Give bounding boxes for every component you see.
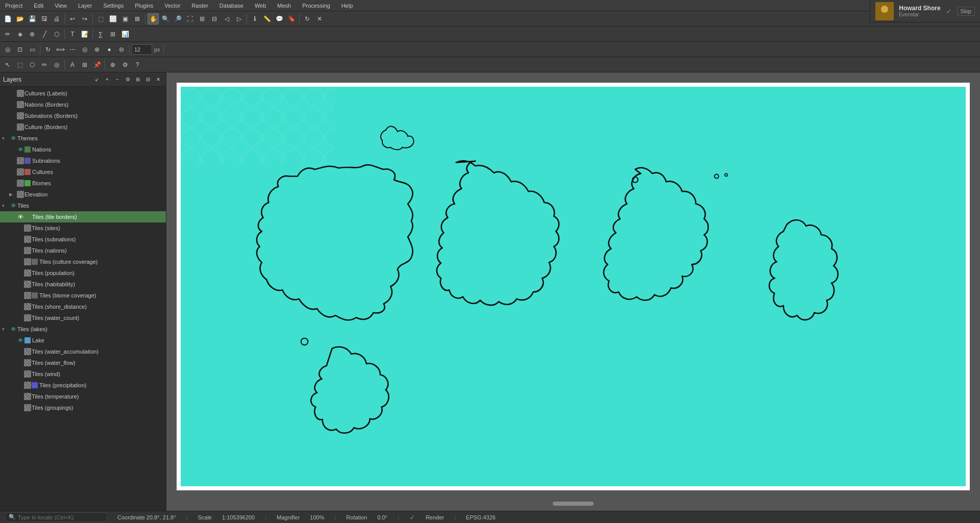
menu-view[interactable]: View	[53, 2, 69, 10]
invert-select-btn[interactable]: ⊠	[132, 13, 143, 24]
save-btn[interactable]: 💾	[27, 13, 38, 24]
field-calc-btn[interactable]: ∑	[95, 29, 106, 40]
layer-subnations-borders[interactable]: Subnations (Borders)	[0, 110, 166, 121]
locate-input[interactable]	[18, 514, 100, 520]
menu-edit[interactable]: Edit	[32, 2, 45, 10]
select-freehand-btn[interactable]: ✏	[39, 59, 50, 70]
visibility-icon[interactable]	[23, 382, 32, 389]
layer-cultures-labels[interactable]: Cultures (Labels)	[0, 88, 166, 99]
digitize-adv-btn[interactable]: ⊡	[14, 44, 26, 55]
menu-help[interactable]: Help	[339, 2, 355, 10]
layer-tiles-culture[interactable]: Tiles (culture coverage)	[0, 256, 166, 267]
refresh-btn[interactable]: ↻	[302, 13, 313, 24]
layer-biomes[interactable]: Biomes	[0, 178, 166, 189]
layer-tiles-watercount[interactable]: Tiles (water_count)	[0, 312, 166, 323]
visibility-icon[interactable]: 👁	[16, 146, 24, 153]
undo-btn[interactable]: ↩	[67, 13, 78, 24]
save-as-btn[interactable]: 🖫	[39, 13, 50, 24]
deselect-btn[interactable]: ⬜	[107, 13, 118, 24]
visibility-icon[interactable]	[23, 393, 32, 400]
menu-web[interactable]: Web	[253, 2, 268, 10]
layers-expand-btn[interactable]: ⊞	[133, 75, 142, 84]
menu-vector[interactable]: Vector	[162, 2, 182, 10]
layer-tiles-borders[interactable]: 👁 Tiles (tile borders)	[0, 211, 166, 222]
visibility-icon[interactable]	[16, 157, 24, 164]
visibility-icon[interactable]	[16, 90, 24, 97]
zoom-in-btn[interactable]: 🔍	[160, 13, 171, 24]
zoom-layer-btn[interactable]: ⊞	[197, 13, 208, 24]
map-scrollbar-h[interactable]	[471, 502, 675, 506]
layer-tiles-sites[interactable]: Tiles (sites)	[0, 222, 166, 234]
help-cursor-btn[interactable]: ?	[132, 59, 143, 70]
annotation-btn[interactable]: 📝	[79, 29, 90, 40]
layer-nations[interactable]: 👁 Nations	[0, 144, 166, 155]
visibility-icon[interactable]	[16, 191, 24, 198]
layer-group-tiles[interactable]: ▾ 👁 Tiles	[0, 200, 166, 211]
fill-ring-btn[interactable]: ●	[104, 44, 115, 55]
visibility-icon[interactable]	[16, 123, 24, 131]
simplify-btn[interactable]: ⋯	[67, 44, 78, 55]
pan-btn[interactable]: ✋	[148, 13, 159, 24]
attr-table-btn[interactable]: ⊞	[107, 29, 118, 40]
visibility-icon[interactable]: 👁	[9, 135, 17, 141]
map-viewport[interactable]	[181, 87, 966, 486]
visibility-icon[interactable]: 👁	[9, 203, 17, 209]
rotate-btn[interactable]: ↻	[42, 44, 54, 55]
visibility-icon[interactable]	[23, 247, 32, 254]
visibility-icon[interactable]	[23, 303, 32, 310]
add-ring-btn[interactable]: ◎	[79, 44, 90, 55]
layer-lake[interactable]: 👁 Lake	[0, 335, 166, 346]
label-tool-btn[interactable]: T	[67, 29, 78, 40]
visibility-icon[interactable]: 👁	[16, 337, 24, 343]
shape-digitize-btn[interactable]: ▭	[27, 44, 38, 55]
select-poly-btn[interactable]: ⬡	[27, 59, 38, 70]
select-features-btn[interactable]: ⬚	[95, 13, 106, 24]
menu-settings[interactable]: Settings	[101, 2, 126, 10]
layers-open-btn[interactable]: ↙	[92, 75, 102, 84]
del-ring-btn[interactable]: ⊖	[116, 44, 127, 55]
visibility-icon[interactable]	[23, 404, 32, 411]
digitize-btn[interactable]: ✏	[2, 29, 13, 40]
measure-btn[interactable]: 📏	[261, 13, 273, 24]
layer-culture-borders[interactable]: Culture (Borders)	[0, 121, 166, 133]
scale-btn[interactable]: ⟺	[55, 44, 66, 55]
node-tool-btn[interactable]: ◈	[14, 29, 26, 40]
redo-btn[interactable]: ↪	[79, 13, 90, 24]
layers-filter-btn[interactable]: ⚙	[123, 75, 132, 84]
user-skip-button[interactable]: Skip	[957, 7, 975, 16]
layers-collapse-btn[interactable]: ⊟	[143, 75, 153, 84]
visibility-icon[interactable]	[23, 292, 32, 299]
visibility-icon[interactable]	[16, 180, 24, 187]
locate-field[interactable]: 🔍	[5, 512, 107, 522]
map-area[interactable]	[166, 72, 980, 511]
visibility-icon[interactable]	[23, 348, 32, 355]
select-tool-btn[interactable]: ↖	[2, 59, 13, 70]
zoom-next-btn[interactable]: ▷	[233, 13, 244, 24]
layer-tiles-population[interactable]: Tiles (population)	[0, 267, 166, 279]
select-rect-btn[interactable]: ⬚	[14, 59, 26, 70]
layer-tiles-groupings[interactable]: Tiles (groupings)	[0, 402, 166, 413]
menu-raster[interactable]: Raster	[189, 2, 210, 10]
print-btn[interactable]: 🖨	[51, 13, 62, 24]
layer-group-tiles-lakes[interactable]: ▾ 👁 Tiles (lakes)	[0, 323, 166, 335]
info-cursor-btn[interactable]: ⊕	[107, 59, 118, 70]
zoom-full-btn[interactable]: ⛶	[184, 13, 195, 24]
layer-elevation[interactable]: ▶ Elevation	[0, 189, 166, 200]
menu-mesh[interactable]: Mesh	[275, 2, 293, 10]
menu-processing[interactable]: Processing	[300, 2, 332, 10]
layer-tiles-temp[interactable]: Tiles (temperature)	[0, 391, 166, 402]
menu-layer[interactable]: Layer	[76, 2, 94, 10]
layer-cultures[interactable]: Cultures	[0, 166, 166, 178]
settings-cursor-btn[interactable]: ⚙	[119, 59, 131, 70]
layer-tiles-nations[interactable]: Tiles (nations)	[0, 245, 166, 256]
menu-plugins[interactable]: Plugins	[133, 2, 155, 10]
visibility-icon[interactable]: 👁	[16, 214, 24, 220]
visibility-icon[interactable]: 👁	[9, 326, 17, 332]
new-project-btn[interactable]: 📄	[2, 13, 13, 24]
layers-remove-btn[interactable]: −	[113, 75, 122, 84]
visibility-icon[interactable]	[16, 168, 24, 176]
pin-label-btn[interactable]: 📌	[91, 59, 103, 70]
identify-btn[interactable]: ℹ	[249, 13, 260, 24]
layer-tiles-wind[interactable]: Tiles (wind)	[0, 368, 166, 380]
layer-group-themes[interactable]: ▾ 👁 Themes	[0, 133, 166, 144]
